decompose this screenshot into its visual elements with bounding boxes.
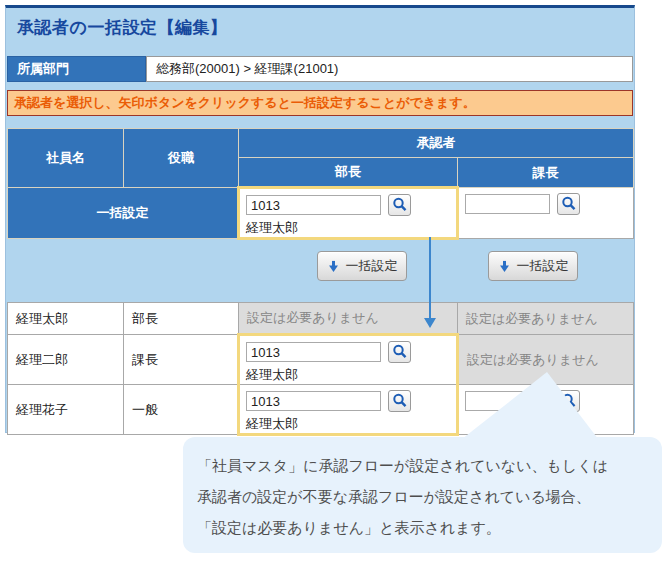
manager-code-input[interactable] xyxy=(246,342,381,362)
magnifier-icon xyxy=(560,392,578,410)
table-row: 経理二郎 課長 経理太郎 設定は必要ありません xyxy=(8,335,634,385)
callout-text-line: 承認者の設定が不要な承認フローが設定されている場合、 xyxy=(197,481,646,512)
bulk-section-search-button[interactable] xyxy=(557,193,580,215)
bulk-apply-manager-button[interactable]: 一括設定 xyxy=(317,251,407,281)
employee-approver-table: 経理太郎 部長 設定は必要ありません 設定は必要ありません 経理二郎 課長 xyxy=(7,302,634,436)
department-path: 総務部(20001) > 経理課(21001) xyxy=(146,56,633,82)
header-employee: 社員名 xyxy=(8,129,124,188)
bulk-set-table: 社員名 役職 承認者 部長 課長 一括設定 経理太郎 xyxy=(7,128,634,240)
callout-text-line: 「設定は必要ありません」と表示されます。 xyxy=(197,512,646,543)
manager-approver-name: 経理太郎 xyxy=(246,366,456,384)
connector-arrow-line xyxy=(429,237,431,318)
manager-search-button[interactable] xyxy=(388,341,411,363)
callout-text-line: 「社員マスタ」に承認フローが設定されていない、もしくは xyxy=(197,450,646,481)
header-approver: 承認者 xyxy=(239,129,634,158)
bulk-manager-name: 経理太郎 xyxy=(246,219,456,237)
manager-approver-cell: 経理太郎 xyxy=(239,335,458,385)
position-cell: 一般 xyxy=(124,385,239,435)
bulk-manager-code-input[interactable] xyxy=(246,195,381,215)
position-cell: 課長 xyxy=(124,335,239,385)
section-not-required-cell: 設定は必要ありません xyxy=(458,303,634,335)
section-search-button[interactable] xyxy=(557,390,580,412)
header-section-chief: 課長 xyxy=(458,158,634,188)
department-label: 所属部門 xyxy=(7,56,146,82)
manager-approver-name: 経理太郎 xyxy=(246,415,456,433)
screen: 承認者の一括設定【編集】 所属部門 総務部(20001) > 経理課(21001… xyxy=(0,0,667,564)
magnifier-icon xyxy=(391,392,409,410)
section-approver-cell xyxy=(458,385,634,435)
position-cell: 部長 xyxy=(124,303,239,335)
bulk-section-code-input[interactable] xyxy=(465,194,550,214)
section-not-required-cell: 設定は必要ありません xyxy=(458,335,634,385)
bulk-section-cell xyxy=(458,188,634,239)
employee-name-cell: 経理花子 xyxy=(8,385,124,435)
page-title: 承認者の一括設定【編集】 xyxy=(17,16,227,39)
notice-banner: 承認者を選択し、矢印ボタンをクリックすると一括設定することができます。 xyxy=(7,90,633,116)
bulk-apply-button-label: 一括設定 xyxy=(346,257,398,275)
table-row: 経理太郎 部長 設定は必要ありません 設定は必要ありません xyxy=(8,303,634,335)
header-position: 役職 xyxy=(124,129,239,188)
manager-search-button[interactable] xyxy=(388,390,411,412)
magnifier-icon xyxy=(391,343,409,361)
callout-bubble: 「社員マスタ」に承認フローが設定されていない、もしくは 承認者の設定が不要な承認… xyxy=(183,437,662,553)
magnifier-icon xyxy=(391,196,409,214)
connector-arrow-head xyxy=(424,318,436,328)
bulk-manager-cell: 経理太郎 xyxy=(239,188,458,239)
manager-approver-cell: 経理太郎 xyxy=(239,385,458,435)
down-arrow-icon xyxy=(327,260,340,273)
bulk-manager-search-button[interactable] xyxy=(388,194,411,216)
manager-code-input[interactable] xyxy=(246,391,381,411)
bulk-apply-button-label: 一括設定 xyxy=(517,257,569,275)
bulk-set-row-label: 一括設定 xyxy=(8,188,239,239)
header-manager: 部長 xyxy=(239,158,458,188)
bulk-apply-section-button[interactable]: 一括設定 xyxy=(488,251,578,281)
magnifier-icon xyxy=(560,195,578,213)
section-code-input[interactable] xyxy=(465,391,550,411)
down-arrow-icon xyxy=(498,260,511,273)
employee-name-cell: 経理太郎 xyxy=(8,303,124,335)
table-row: 経理花子 一般 経理太郎 xyxy=(8,385,634,435)
employee-name-cell: 経理二郎 xyxy=(8,335,124,385)
